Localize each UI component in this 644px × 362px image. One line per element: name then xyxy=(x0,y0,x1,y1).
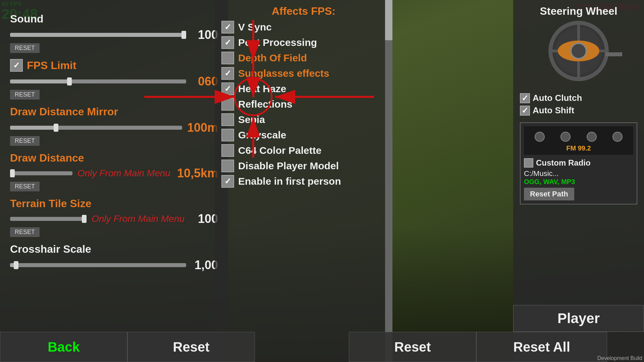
terrain-tile-track[interactable] xyxy=(10,217,87,221)
draw-distance-only-main: Only From Main Menu xyxy=(77,168,170,179)
disable-player-item[interactable]: Disable Player Model xyxy=(221,160,386,172)
sunglasses-checkbox[interactable] xyxy=(221,67,234,80)
custom-radio-row[interactable]: Custom Radio xyxy=(524,158,633,168)
terrain-tile-label: Terrain Tile Size xyxy=(10,197,218,210)
terrain-tile-reset[interactable]: RESET xyxy=(10,227,40,237)
fps-limit-reset-button[interactable]: RESET xyxy=(10,90,40,100)
fps-limit-slider-track[interactable] xyxy=(10,79,186,83)
reset-middle-button[interactable]: Reset xyxy=(349,332,476,362)
auto-clutch-row[interactable]: Auto Clutch xyxy=(520,93,637,103)
sound-label: Sound xyxy=(10,13,218,25)
middle-panel: Affects FPS: V Sync Post Processing Dept… xyxy=(215,0,392,362)
wheel-outer xyxy=(548,21,609,81)
sunglasses-label: Sunglasses effects xyxy=(238,68,329,79)
sound-reset-button[interactable]: RESET xyxy=(10,43,40,53)
dev-build-label: Development Build xyxy=(597,355,642,361)
radio-knob-1[interactable] xyxy=(535,132,545,142)
disable-player-label: Disable Player Model xyxy=(238,160,339,172)
vsync-item[interactable]: V Sync xyxy=(221,21,386,34)
depth-of-field-checkbox[interactable] xyxy=(221,52,234,64)
depth-of-field-label: Depth Of Field xyxy=(238,52,307,64)
sepia-checkbox[interactable] xyxy=(221,113,234,126)
disable-player-checkbox[interactable] xyxy=(221,160,234,172)
terrain-tile-value: 100 xyxy=(191,212,218,226)
reflections-label: Reflections xyxy=(238,99,292,110)
radio-knobs xyxy=(527,132,631,142)
fps-limit-value: 060 xyxy=(191,74,218,88)
first-person-item[interactable]: Enable in first person xyxy=(221,175,386,188)
custom-radio-label: Custom Radio xyxy=(536,158,591,168)
reset-left-button[interactable]: Reset xyxy=(127,332,255,362)
auto-options: Auto Clutch Auto Shift xyxy=(520,93,637,116)
depth-of-field-item[interactable]: Depth Of Field xyxy=(221,52,386,64)
sunglasses-item[interactable]: Sunglasses effects xyxy=(221,67,386,80)
reset-all-button[interactable]: Reset All xyxy=(476,332,607,362)
crosshair-slider-row: 1,00 xyxy=(10,258,218,272)
sepia-label: Sepia xyxy=(238,114,265,125)
heat-haze-item[interactable]: Heat Haze xyxy=(221,82,386,95)
heat-haze-label: Heat Haze xyxy=(238,83,286,95)
terrain-only-main: Only From Main Menu xyxy=(92,214,184,224)
draw-distance-value: 10,5km xyxy=(177,166,218,180)
radio-section: FM 99.2 Custom Radio C:/Music... OGG, WA… xyxy=(520,122,637,204)
grayscale-label: Grayscale xyxy=(238,129,286,141)
first-person-label: Enable in first person xyxy=(238,176,341,187)
draw-distance-mirror-row: 100m xyxy=(10,121,218,135)
back-button[interactable]: Back xyxy=(0,332,127,362)
radio-display: FM 99.2 xyxy=(524,126,633,155)
fps-limit-checkbox[interactable] xyxy=(10,59,23,72)
draw-distance-mirror-reset[interactable]: RESET xyxy=(10,136,40,146)
draw-distance-reset[interactable]: RESET xyxy=(10,182,40,191)
draw-distance-track[interactable] xyxy=(10,171,72,175)
music-formats-label: OGG, WAV, MP3 xyxy=(524,178,633,186)
radio-knob-4[interactable] xyxy=(612,132,623,142)
auto-shift-label: Auto Shift xyxy=(533,105,574,116)
auto-clutch-checkbox[interactable] xyxy=(520,93,530,103)
crosshair-value: 1,00 xyxy=(191,258,218,272)
steering-wheel-title: Steering Wheel xyxy=(520,5,637,17)
sound-slider-track[interactable] xyxy=(10,33,186,37)
grayscale-checkbox[interactable] xyxy=(221,129,234,141)
sound-value: 100 xyxy=(191,28,218,42)
music-path-label: C:/Music... xyxy=(524,169,633,178)
bottom-bar: Back Reset Reset Reset All xyxy=(0,332,644,362)
c64-item[interactable]: C64 Color Palette xyxy=(221,144,386,157)
sound-slider-row: 100 xyxy=(10,28,218,42)
wheel-hub xyxy=(570,43,587,59)
affects-fps-title: Affects FPS: xyxy=(221,5,386,17)
middle-scrollbar[interactable] xyxy=(385,0,392,362)
scroll-thumb[interactable] xyxy=(385,0,392,40)
auto-clutch-label: Auto Clutch xyxy=(533,93,582,103)
draw-distance-mirror-track[interactable] xyxy=(10,126,182,130)
heat-haze-checkbox[interactable] xyxy=(221,82,234,95)
steering-wheel-graphic xyxy=(545,21,612,88)
sepia-item[interactable]: Sepia xyxy=(221,113,386,126)
post-processing-label: Post Processing xyxy=(238,37,317,48)
fm-display: FM 99.2 xyxy=(527,144,631,152)
post-processing-checkbox[interactable] xyxy=(221,36,234,49)
player-button[interactable]: Player xyxy=(513,305,644,332)
draw-distance-label: Draw Distance xyxy=(10,152,218,164)
vsync-checkbox[interactable] xyxy=(221,21,234,34)
crosshair-slider-track[interactable] xyxy=(10,263,186,267)
auto-shift-row[interactable]: Auto Shift xyxy=(520,105,637,116)
first-person-checkbox[interactable] xyxy=(221,175,234,188)
draw-distance-mirror-label: Draw Distance Mirror xyxy=(10,106,218,118)
fps-limit-slider-row: 060 xyxy=(10,74,218,88)
fps-limit-label: FPS Limit xyxy=(27,59,76,72)
vsync-label: V Sync xyxy=(238,21,272,33)
c64-checkbox[interactable] xyxy=(221,144,234,157)
radio-knob-3[interactable] xyxy=(587,132,597,142)
radio-knob-2[interactable] xyxy=(560,132,571,142)
crosshair-label: Crosshair Scale xyxy=(10,243,218,255)
auto-shift-checkbox[interactable] xyxy=(520,106,530,116)
draw-distance-mirror-value: 100m xyxy=(187,121,218,135)
post-processing-item[interactable]: Post Processing xyxy=(221,36,386,49)
right-panel: Steering Wheel Auto Clutch Auto Shift xyxy=(513,0,644,362)
wheel-paddle xyxy=(605,52,622,56)
reflections-item[interactable]: Reflections xyxy=(221,98,386,111)
reflections-checkbox[interactable] xyxy=(221,98,234,111)
grayscale-item[interactable]: Grayscale xyxy=(221,129,386,141)
reset-path-button[interactable]: Reset Path xyxy=(524,188,574,200)
custom-radio-checkbox[interactable] xyxy=(524,158,533,168)
